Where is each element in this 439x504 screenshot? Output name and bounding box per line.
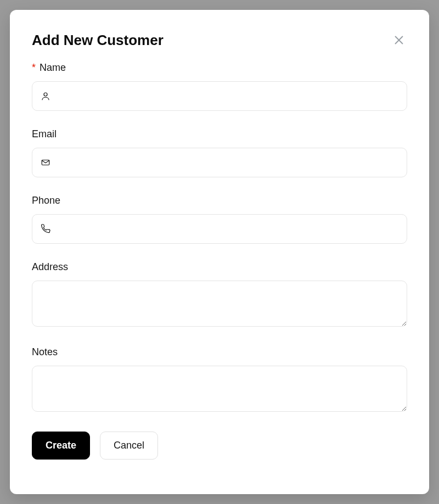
add-customer-modal: Add New Customer * Name Email bbox=[10, 10, 429, 494]
email-form-group: Email bbox=[32, 128, 407, 177]
email-input[interactable] bbox=[32, 148, 407, 177]
phone-label: Phone bbox=[32, 195, 407, 206]
required-indicator: * bbox=[32, 62, 36, 73]
modal-header: Add New Customer bbox=[32, 32, 407, 49]
modal-title: Add New Customer bbox=[32, 32, 164, 49]
phone-form-group: Phone bbox=[32, 195, 407, 244]
close-icon bbox=[393, 34, 405, 46]
close-button[interactable] bbox=[391, 32, 407, 48]
name-form-group: * Name bbox=[32, 62, 407, 111]
email-label: Email bbox=[32, 128, 407, 140]
modal-button-row: Create Cancel bbox=[32, 432, 407, 460]
phone-input-wrap bbox=[32, 214, 407, 244]
phone-input[interactable] bbox=[32, 214, 407, 244]
address-textarea[interactable] bbox=[32, 281, 407, 327]
create-button[interactable]: Create bbox=[32, 432, 90, 460]
notes-form-group: Notes bbox=[32, 346, 407, 414]
name-label: * Name bbox=[32, 62, 407, 74]
cancel-button[interactable]: Cancel bbox=[100, 432, 158, 460]
name-input[interactable] bbox=[32, 81, 407, 111]
name-label-text: Name bbox=[40, 62, 66, 73]
name-input-wrap bbox=[32, 81, 407, 111]
notes-textarea[interactable] bbox=[32, 366, 407, 412]
email-input-wrap bbox=[32, 148, 407, 177]
address-form-group: Address bbox=[32, 261, 407, 329]
address-label: Address bbox=[32, 261, 407, 273]
notes-label: Notes bbox=[32, 346, 407, 358]
